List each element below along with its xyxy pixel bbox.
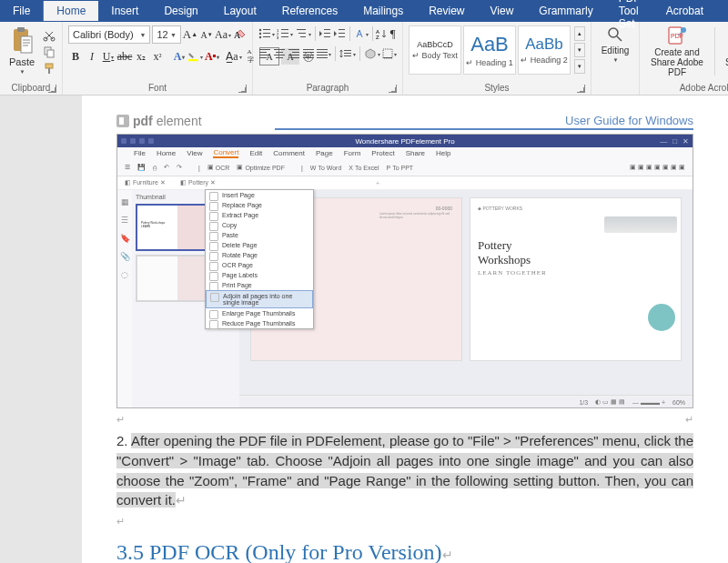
styles-dialog-launcher[interactable] xyxy=(577,85,585,93)
body-paragraph[interactable]: 2. After opening the PDF file in PDFelem… xyxy=(116,431,693,510)
tab-acrobat[interactable]: Acrobat xyxy=(653,1,716,21)
paste-button[interactable]: Paste ▼ xyxy=(5,27,38,75)
ribbon: Paste ▼ Clipboard Calibri (Body)▼ 12▼ A▲… xyxy=(0,22,728,96)
styles-row-up[interactable]: ▴ xyxy=(574,26,585,41)
svg-rect-3 xyxy=(17,27,25,32)
pdfelement-logo: pdfpdfelementelement xyxy=(116,114,202,128)
borders-button[interactable]: ▾ xyxy=(382,45,397,62)
font-size-dropdown[interactable]: 12▼ xyxy=(152,25,181,44)
sort-button[interactable]: AZ xyxy=(376,25,387,42)
text-effects-button[interactable]: A▾ xyxy=(172,48,187,65)
tab-insert[interactable]: Insert xyxy=(98,1,151,21)
svg-rect-26 xyxy=(298,33,306,34)
bullets-button[interactable]: ▾ xyxy=(258,25,275,42)
style-heading-1[interactable]: AaB↵ Heading 1 xyxy=(463,25,516,75)
svg-rect-51 xyxy=(303,57,314,58)
justify-button[interactable] xyxy=(302,45,315,62)
style-heading-2[interactable]: AaBb↵ Heading 2 xyxy=(518,25,571,75)
distribute-button[interactable]: ▾ xyxy=(317,45,331,62)
tab-file[interactable]: File xyxy=(0,1,44,21)
tab-pdfelement[interactable]: PDFelement xyxy=(716,1,728,21)
ss-menubar: FileHomeViewConvertEditCommentPageFormPr… xyxy=(117,147,693,159)
ss-left-rail: ▦☰🔖📎◌ xyxy=(117,190,132,408)
clear-format-button[interactable]: A xyxy=(232,26,247,43)
pilcrow: ↵ xyxy=(116,414,125,426)
svg-text:PDF: PDF xyxy=(671,33,683,39)
tab-grammarly[interactable]: Grammarly xyxy=(526,1,605,21)
svg-rect-16 xyxy=(263,33,270,34)
clipboard-label: Clipboard xyxy=(12,83,51,93)
clipboard-dialog-launcher[interactable] xyxy=(48,85,56,93)
show-marks-button[interactable]: ¶ xyxy=(389,25,397,42)
svg-rect-36 xyxy=(259,49,270,50)
create-share-pdf-button[interactable]: PDF Create and Share Adobe PDF xyxy=(645,25,709,77)
tab-view[interactable]: View xyxy=(478,1,527,21)
subscript-button[interactable]: x₂ xyxy=(134,48,148,65)
svg-rect-50 xyxy=(303,55,314,55)
increase-indent-button[interactable] xyxy=(333,25,346,42)
svg-point-17 xyxy=(259,36,261,38)
superscript-button[interactable]: x² xyxy=(150,48,165,65)
shading-button[interactable]: ▾ xyxy=(364,45,380,62)
styles-label: Styles xyxy=(484,83,509,93)
bold-button[interactable]: B xyxy=(68,48,83,65)
align-right-button[interactable] xyxy=(288,45,300,62)
group-paragraph: ▾ 123▾ ▾ ▾ AZ ¶ ▾ ▾ ▾ xyxy=(253,22,403,95)
svg-text:3: 3 xyxy=(277,35,279,39)
multilevel-button[interactable]: ▾ xyxy=(295,25,311,42)
align-left-button[interactable] xyxy=(258,45,271,62)
tab-home[interactable]: Home xyxy=(44,1,98,21)
highlight-button[interactable]: ▾ xyxy=(188,48,203,65)
ss-page-right: ◆ POTTERY WORKS Pottery Workshops LEARN … xyxy=(470,197,682,361)
tab-layout[interactable]: Layout xyxy=(211,1,269,21)
tab-mailings[interactable]: Mailings xyxy=(350,1,416,21)
ss-close-icon: ✕ xyxy=(682,137,689,146)
font-dialog-launcher[interactable] xyxy=(238,85,247,93)
svg-rect-55 xyxy=(317,57,328,58)
copy-button[interactable] xyxy=(42,45,56,58)
underline-button[interactable]: U▾ xyxy=(101,48,116,65)
request-signatures-button[interactable]: Request Signatures xyxy=(721,25,728,67)
line-spacing-button[interactable]: ▾ xyxy=(339,45,356,62)
character-scale-button[interactable]: A̲a▾ xyxy=(227,48,241,65)
cut-button[interactable] xyxy=(42,29,56,42)
asian-layout-button[interactable]: ▾ xyxy=(354,25,369,42)
style-body-text[interactable]: AaBbCcD↵ Body Text xyxy=(409,25,461,75)
group-editing: Editing▼ xyxy=(592,22,640,95)
paragraph-dialog-launcher[interactable] xyxy=(389,85,397,93)
svg-rect-44 xyxy=(288,49,299,50)
font-name-dropdown[interactable]: Calibri (Body)▼ xyxy=(68,25,150,44)
svg-rect-47 xyxy=(292,57,299,58)
group-clipboard: Paste ▼ Clipboard xyxy=(0,22,63,95)
grow-font-button[interactable]: A▲ xyxy=(183,26,197,43)
strike-button[interactable]: abc xyxy=(117,48,132,65)
styles-row-down[interactable]: ▾ xyxy=(574,43,585,57)
heading-pdf-ocr[interactable]: 3.5 PDF OCR (Only for Pro Version)↵ xyxy=(116,540,693,563)
format-painter-button[interactable] xyxy=(42,62,56,75)
tab-references[interactable]: References xyxy=(269,1,350,21)
svg-rect-25 xyxy=(297,29,306,30)
svg-rect-57 xyxy=(344,53,351,54)
align-center-button[interactable] xyxy=(273,45,286,62)
numbering-button[interactable]: 123▾ xyxy=(277,25,293,42)
editing-button[interactable]: Editing▼ xyxy=(597,25,633,64)
styles-more[interactable]: ▾ xyxy=(574,59,585,74)
svg-rect-14 xyxy=(263,29,270,30)
tab-design[interactable]: Design xyxy=(151,1,210,21)
shrink-font-button[interactable]: A▼ xyxy=(199,26,214,43)
change-case-button[interactable]: Aa▾ xyxy=(216,26,230,43)
ss-thumb-2 xyxy=(136,255,207,302)
svg-rect-67 xyxy=(119,117,124,125)
ss-statusbar: 1/3◐ ▭ ▦ ▤— ▬▬▬ +60% xyxy=(239,395,693,408)
tab-review[interactable]: Review xyxy=(416,1,477,21)
svg-rect-31 xyxy=(339,29,345,30)
svg-rect-4 xyxy=(21,36,32,53)
italic-button[interactable]: I xyxy=(85,48,99,65)
left-margin xyxy=(0,96,82,563)
svg-rect-27 xyxy=(300,36,306,37)
decrease-indent-button[interactable] xyxy=(318,25,331,42)
adobe-label: Adobe Acrobat xyxy=(645,81,728,95)
font-color-button[interactable]: A▾ xyxy=(205,48,219,65)
document-page: pdfpdfelementelement User Guide for Wind… xyxy=(82,96,728,563)
ss-min-icon: — xyxy=(660,137,667,146)
